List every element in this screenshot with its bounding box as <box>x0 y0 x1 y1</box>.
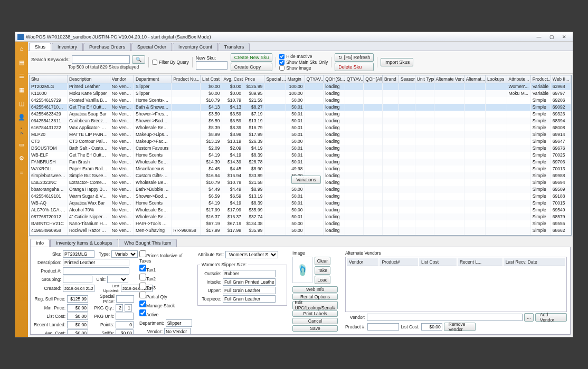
newsku-input[interactable] <box>196 61 227 70</box>
unit-select[interactable] <box>107 276 128 283</box>
top-tab-purchase-orders[interactable]: Purchase Orders <box>83 43 131 51</box>
active-checkbox[interactable] <box>139 309 146 316</box>
nav-menu-icon[interactable]: ≡ <box>17 167 26 177</box>
avg-cost-field[interactable] <box>67 329 88 335</box>
col-header[interactable]: QTYAV... <box>345 75 364 83</box>
toepiece-field[interactable] <box>223 295 276 303</box>
import-skus-button[interactable]: Import Skus <box>381 58 413 66</box>
sku-grid[interactable]: SkuDescriptionVendorDepartmentProduct Nu… <box>29 75 572 236</box>
col-header[interactable]: Brand <box>383 75 399 83</box>
top-tab-transfers[interactable]: Transfers <box>219 43 250 51</box>
web-info-button[interactable]: Web Info <box>292 286 338 293</box>
cancel-button[interactable]: Cancel <box>292 318 338 324</box>
minimize-button[interactable]: — <box>533 33 545 41</box>
recent-landed-field[interactable] <box>67 321 88 328</box>
av-vendor-lookup-button[interactable]: ... <box>524 313 534 322</box>
nav-person-icon[interactable]: 👤 <box>17 112 26 122</box>
av-vendor-field[interactable] <box>367 314 523 321</box>
nav-box-icon[interactable]: ▦ <box>17 85 26 94</box>
detail-tab-info[interactable]: Info <box>30 239 50 247</box>
show-image-checkbox[interactable] <box>279 65 284 71</box>
col-header[interactable]: List Cost <box>201 75 222 83</box>
pkg-unit-field[interactable] <box>116 313 134 320</box>
list-cost-field[interactable] <box>67 313 88 320</box>
table-row[interactable]: K11000Moku Kane SlipperNo VendorSlipper$… <box>30 90 571 97</box>
table-row[interactable]: 642554617107-1-1Get The Elf Outta Here S… <box>30 104 571 111</box>
alt-vendors-grid[interactable]: VendorProduct#List CostRecent L...Last R… <box>345 257 567 312</box>
delete-sku-button[interactable]: Delete Sku <box>335 63 374 71</box>
col-header[interactable]: Unit Type <box>415 75 434 83</box>
pkg-qty-field[interactable] <box>116 304 123 312</box>
manage-stock-checkbox[interactable] <box>139 300 146 307</box>
nav-doc-icon[interactable]: ▭ <box>17 140 26 149</box>
save-button[interactable]: Save <box>292 325 338 332</box>
rental-options-button[interactable]: Rental Options <box>292 294 338 300</box>
col-header[interactable]: Description <box>67 75 110 83</box>
product-number-field[interactable] <box>63 267 129 275</box>
col-header[interactable]: Attribute... <box>507 75 530 83</box>
col-header[interactable]: QOH(St... <box>324 75 345 83</box>
create-copy-button[interactable]: Create Copy <box>231 63 273 71</box>
outsole-field[interactable] <box>223 270 276 277</box>
nav-home-icon[interactable]: ⌂ <box>17 44 26 53</box>
spiffs-field[interactable] <box>116 329 134 335</box>
nav-walk-icon[interactable]: 🚶 <box>17 126 26 135</box>
tax3-checkbox[interactable] <box>139 283 146 289</box>
close-button[interactable]: ✕ <box>558 33 571 41</box>
pkg-qty2-field[interactable] <box>125 304 132 312</box>
col-header[interactable]: Season <box>399 75 415 83</box>
tax2-checkbox[interactable] <box>139 274 146 280</box>
type-select[interactable]: Variable <box>111 250 138 258</box>
partial-qty-checkbox[interactable] <box>139 292 146 298</box>
table-row[interactable]: 064255413611Caribbean Breeze Body ...No … <box>30 118 571 124</box>
table-row[interactable]: WB-AQAquatica Wax BarNo VendorHome Scent… <box>30 200 571 207</box>
top-tab-skus[interactable]: Skus <box>29 43 51 51</box>
col-header[interactable]: Alternate Vendors <box>434 75 464 83</box>
col-header[interactable]: Product Nu... <box>172 75 201 83</box>
search-input[interactable] <box>72 55 130 64</box>
nav-list-icon[interactable]: ☰ <box>17 71 26 81</box>
table-row[interactable]: DSCUSTOMBath Salt - Custom FavourNo Vend… <box>30 145 571 152</box>
reg-price-field[interactable] <box>67 295 88 303</box>
maximize-button[interactable]: ▢ <box>545 33 558 41</box>
nav-chart-icon[interactable]: ◫ <box>17 99 26 108</box>
filter-by-query-checkbox[interactable] <box>152 60 157 65</box>
detail-tab-who-bought-this-item[interactable]: Who Bought This Item <box>119 239 177 247</box>
edit-upc-button[interactable]: Edit UPC/Lookup/Serial# <box>292 301 338 309</box>
table-row[interactable]: MLP20MATTE LIP PAINT MLP20No VendorMakeu… <box>30 131 571 138</box>
col-header[interactable]: Margin <box>286 75 305 83</box>
table-row[interactable]: CT3CT3 Contour PaletteNo VendorMakeup->F… <box>30 138 571 145</box>
table-row[interactable]: PT202MLGPrinted LeatherNo VendorSlipper$… <box>30 83 571 90</box>
av-listcost-field[interactable] <box>421 323 442 331</box>
nav-gear-icon[interactable]: ⚙ <box>17 153 26 163</box>
col-header[interactable]: Lookups <box>486 75 507 83</box>
table-row[interactable]: 616784431222Wax Applicator- LargeNo Vend… <box>30 124 571 131</box>
table-row[interactable]: bbarorangehappyOranga Happy Bubble BarNo… <box>30 186 571 193</box>
special-price-field[interactable] <box>116 295 134 303</box>
col-header[interactable]: Sku <box>30 75 67 83</box>
table-row[interactable]: FANBRUSHFan BrushNo VendorWholesale Beau… <box>30 159 571 166</box>
table-row[interactable]: WAXROLLPaper Exam Roll 18"No VendorMisce… <box>30 166 571 172</box>
clear-image-button[interactable]: Clear <box>315 257 330 265</box>
add-vendor-button[interactable]: Add Vendor <box>535 313 567 322</box>
min-price-field[interactable] <box>67 304 88 312</box>
col-header[interactable]: Special ... <box>264 75 286 83</box>
av-product-field[interactable] <box>367 323 399 331</box>
hide-inactive-checkbox[interactable] <box>279 54 284 59</box>
table-row[interactable]: 642554619101Warm Sugar & Vanilla Bo...No… <box>30 193 571 200</box>
nav-barcode-icon[interactable]: ▤ <box>17 57 26 67</box>
table-row[interactable]: WB-ELFGet The Elf Outta Here ...No Vendo… <box>30 152 571 159</box>
table-row[interactable]: BABNTCHV21CNano-Titanium HairsettersNo V… <box>30 220 571 227</box>
table-row[interactable]: 642554619729Frosted Vanilla Bean Lin...N… <box>30 97 571 104</box>
vendor-field[interactable] <box>164 328 191 335</box>
col-header[interactable]: Alternat... <box>464 75 485 83</box>
detail-tab-inventory-items-lookups[interactable]: Inventory Items & Lookups <box>50 239 118 247</box>
col-header[interactable]: Avg. Cost <box>222 75 243 83</box>
col-header[interactable]: Product... <box>530 75 551 83</box>
points-field[interactable] <box>116 321 134 328</box>
table-row[interactable]: 419654960958Rockwell Razor R1 Roo...No V… <box>30 227 571 234</box>
intsole-field[interactable] <box>223 278 276 286</box>
load-image-button[interactable]: Load <box>315 276 330 284</box>
show-main-sku-checkbox[interactable] <box>279 60 284 65</box>
tax1-checkbox[interactable] <box>139 265 146 271</box>
